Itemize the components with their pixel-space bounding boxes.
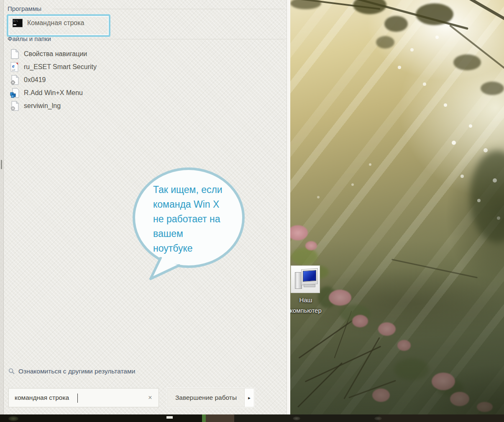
result-file-navigation-properties[interactable]: Свойства навигации	[10, 48, 269, 60]
shutdown-split-button: Завершение работы ▸	[167, 388, 254, 407]
annotation-text: Так ищем, если команда Win X не работает…	[153, 183, 241, 256]
taskbar[interactable]	[0, 414, 504, 422]
result-file-0x0419[interactable]: 0x0419	[10, 74, 269, 86]
start-orb-glow[interactable]	[8, 416, 18, 421]
shutdown-button[interactable]: Завершение работы	[168, 389, 244, 407]
wallpaper-flower	[372, 389, 390, 402]
wallpaper-leaves	[340, 305, 371, 322]
files-section-rule	[63, 39, 284, 39]
wallpaper-branch	[449, 25, 504, 77]
search-box: ×	[8, 388, 159, 407]
search-input[interactable]	[9, 389, 159, 407]
wallpaper-sparkles	[290, 0, 291, 1]
panel-left-edge	[0, 0, 4, 414]
wallpaper-foliage	[384, 16, 408, 32]
wallpaper-foliage	[416, 3, 453, 25]
wallpaper-branch	[299, 319, 354, 358]
wallpaper-branch	[355, 0, 468, 30]
taskbar-icon-hint	[374, 417, 382, 420]
clear-search-icon[interactable]: ×	[146, 394, 154, 402]
see-more-results-link[interactable]: Ознакомиться с другими результатами	[8, 368, 135, 375]
panel-edge-mark	[1, 160, 2, 169]
annotation-text-line: Так ищем, если	[153, 183, 241, 197]
wallpaper-branch	[297, 362, 343, 407]
taskbar-icon-hint	[293, 417, 300, 420]
annotation-text-line: вашем	[153, 226, 241, 241]
wallpaper-branch	[334, 311, 352, 358]
wallpaper-branch	[343, 337, 380, 399]
programs-section-header: Программы	[8, 5, 41, 12]
wallpaper-flower	[450, 392, 469, 406]
wallpaper-branch	[391, 259, 478, 278]
wallpaper-flower	[432, 373, 455, 390]
shutdown-options-arrow[interactable]: ▸	[244, 389, 254, 407]
taskbar-segment	[379, 414, 504, 422]
panel-right-edge	[287, 0, 290, 414]
wallpaper-flower	[397, 340, 411, 351]
document-icon	[10, 49, 19, 59]
wallpaper-leaves	[437, 379, 463, 396]
annotation-text-line: не работает на	[153, 212, 241, 226]
taskbar-green-sliver	[202, 414, 206, 422]
wallpaper-foliage	[290, 0, 321, 9]
settings-file-icon	[10, 75, 19, 85]
wallpaper-flower	[378, 322, 396, 336]
result-file-winx-menu[interactable]: R.Add Win+X Menu	[10, 87, 269, 99]
computer-monitor-graphic	[301, 268, 318, 286]
wallpaper-foliage	[376, 36, 394, 49]
pdf-icon: e pdf	[10, 62, 19, 72]
my-computer-label-line2: компьютер	[290, 307, 322, 314]
taskbar-segment	[206, 414, 234, 422]
search-icon	[8, 368, 15, 375]
result-label: 0x0419	[24, 76, 46, 84]
taskbar-icon-hint	[166, 416, 173, 419]
registry-file-icon	[10, 88, 19, 98]
wallpaper-branch	[290, 0, 380, 10]
computer-screen-graphic	[303, 270, 316, 282]
desktop-wallpaper	[290, 0, 504, 414]
wallpaper-leaves	[291, 248, 318, 265]
wallpaper-leaves	[394, 358, 429, 380]
wallpaper-flower	[352, 315, 368, 327]
wallpaper-bush	[470, 151, 504, 243]
wallpaper-branch	[348, 380, 396, 399]
annotation-highlight-box	[7, 14, 110, 37]
result-label: serviwin_lng	[24, 102, 61, 110]
wallpaper-flower	[305, 241, 317, 250]
wallpaper-foliage	[353, 0, 386, 14]
result-file-eset-pdf[interactable]: e pdf ru_ESET Smart Security	[10, 61, 269, 73]
result-file-serviwin[interactable]: serviwin_lng	[10, 100, 269, 112]
annotation-text-line: ноутбуке	[153, 241, 241, 256]
result-label: ru_ESET Smart Security	[24, 63, 97, 71]
wallpaper-flower	[329, 290, 351, 306]
taskbar-segment	[234, 414, 379, 422]
wallpaper-foliage	[453, 54, 481, 70]
wallpaper-branch	[422, 0, 504, 23]
svg-text:pdf: pdf	[12, 69, 15, 71]
wallpaper-flower	[477, 402, 493, 412]
programs-section-rule	[54, 9, 284, 9]
wallpaper-flower	[290, 225, 308, 240]
screenshot-root: Наш компьютер Программы C:\ Командная ст…	[0, 0, 504, 422]
my-computer-label-line1: Наш	[299, 296, 312, 304]
result-label: R.Add Win+X Menu	[24, 89, 83, 97]
see-more-results-label: Ознакомиться с другими результатами	[18, 368, 135, 375]
settings-file-icon	[10, 101, 19, 111]
annotation-text-line: команда Win X	[153, 197, 241, 212]
computer-stand-graphic	[304, 284, 315, 287]
my-computer-icon[interactable]	[291, 265, 320, 293]
text-caret	[77, 394, 78, 403]
result-label: Свойства навигации	[24, 50, 87, 58]
svg-text:e: e	[12, 63, 15, 69]
speech-bubble-tail	[147, 257, 189, 283]
wallpaper-branch	[305, 346, 381, 382]
wallpaper-foliage	[481, 82, 504, 95]
